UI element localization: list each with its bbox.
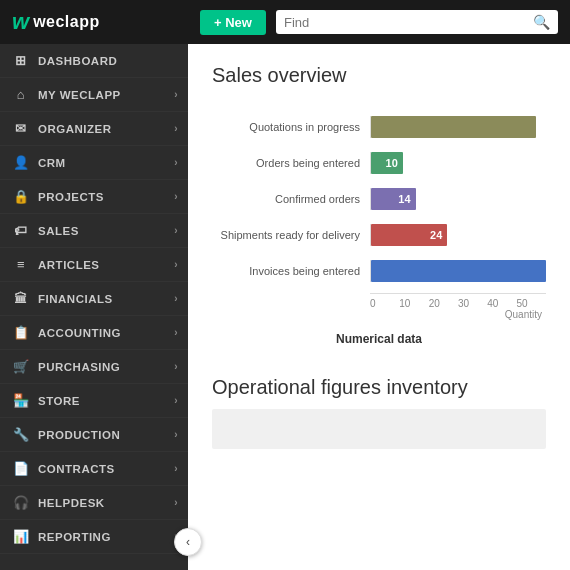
sidebar-label-reporting: REPORTING [38, 531, 111, 543]
chart-row-label: Invoices being entered [212, 265, 370, 277]
chart-row: Invoices being entered [212, 259, 546, 283]
chevron-right-icon: › [174, 361, 178, 372]
helpdesk-icon: 🎧 [12, 495, 30, 510]
chart-row: Orders being entered 10 [212, 151, 546, 175]
sidebar-item-articles[interactable]: ≡ ARTICLES › [0, 248, 188, 282]
chevron-right-icon: › [174, 157, 178, 168]
x-tick-20: 20 [429, 298, 458, 309]
chevron-right-icon: › [174, 293, 178, 304]
sidebar: w weclapp ⊞ DASHBOARD ⌂ MY WECLAPP › ✉ O… [0, 0, 188, 570]
logo-text-label: weclapp [33, 13, 100, 31]
chart-row-label: Quotations in progress [212, 121, 370, 133]
chevron-right-icon: › [174, 191, 178, 202]
contracts-icon: 📄 [12, 461, 30, 476]
chart-row-label: Confirmed orders [212, 193, 370, 205]
sales-icon: 🏷 [12, 223, 30, 238]
sidebar-item-my-weclapp[interactable]: ⌂ MY WECLAPP › [0, 78, 188, 112]
chart-bar-invoices-being-entered [371, 260, 546, 282]
sidebar-label-accounting: ACCOUNTING [38, 327, 121, 339]
chart-bar-confirmed-orders: 14 [371, 188, 416, 210]
chevron-right-icon: › [174, 429, 178, 440]
production-icon: 🔧 [12, 427, 30, 442]
x-tick-10: 10 [399, 298, 428, 309]
sidebar-item-store[interactable]: 🏪 STORE › [0, 384, 188, 418]
chevron-right-icon: › [174, 225, 178, 236]
chart-row: Shipments ready for delivery 24 [212, 223, 546, 247]
sidebar-item-sales[interactable]: 🏷 SALES › [0, 214, 188, 248]
chart-wrapper: Quotations in progress Orders being ente… [212, 105, 546, 346]
sidebar-label-helpdesk: HELPDESK [38, 497, 105, 509]
x-tick-0: 0 [370, 298, 399, 309]
chart-bar-orders-being-entered: 10 [371, 152, 403, 174]
sidebar-label-my-weclapp: MY WECLAPP [38, 89, 121, 101]
chevron-right-icon: › [174, 497, 178, 508]
reporting-icon: 📊 [12, 529, 30, 544]
search-input[interactable] [284, 15, 533, 30]
articles-icon: ≡ [12, 257, 30, 272]
chart-row-label: Orders being entered [212, 157, 370, 169]
x-tick-40: 40 [487, 298, 516, 309]
sidebar-item-financials[interactable]: 🏛 FINANCIALS › [0, 282, 188, 316]
chart-row: Quotations in progress [212, 115, 546, 139]
sidebar-label-projects: PROJECTS [38, 191, 104, 203]
sidebar-item-crm[interactable]: 👤 CRM › [0, 146, 188, 180]
purchasing-icon: 🛒 [12, 359, 30, 374]
sidebar-item-purchasing[interactable]: 🛒 PURCHASING › [0, 350, 188, 384]
sidebar-header: w weclapp [0, 0, 188, 44]
logo-icon: w [12, 9, 29, 35]
sidebar-label-sales: SALES [38, 225, 79, 237]
projects-icon: 🔒 [12, 189, 30, 204]
crm-icon: 👤 [12, 155, 30, 170]
sidebar-collapse-button[interactable]: ‹ [174, 528, 202, 556]
my-weclapp-icon: ⌂ [12, 87, 30, 102]
sidebar-label-contracts: CONTRACTS [38, 463, 115, 475]
financials-icon: 🏛 [12, 291, 30, 306]
x-tick-30: 30 [458, 298, 487, 309]
chevron-right-icon: › [174, 463, 178, 474]
sidebar-label-store: STORE [38, 395, 80, 407]
content-area: Sales overview Quotations in progress Or… [188, 44, 570, 570]
sidebar-item-helpdesk[interactable]: 🎧 HELPDESK › [0, 486, 188, 520]
chevron-right-icon: › [174, 123, 178, 134]
search-bar: 🔍 [276, 10, 558, 34]
sidebar-label-crm: CRM [38, 157, 66, 169]
sidebar-item-production[interactable]: 🔧 PRODUCTION › [0, 418, 188, 452]
chart-bar-shipments-ready-for-delivery: 24 [371, 224, 447, 246]
topbar: + New 🔍 [188, 0, 570, 44]
sidebar-label-organizer: ORGANIZER [38, 123, 112, 135]
chevron-right-icon: › [174, 89, 178, 100]
chart-row: Confirmed orders 14 [212, 187, 546, 211]
chevron-right-icon: › [174, 395, 178, 406]
chart-bar-quotations-in-progress [371, 116, 536, 138]
sidebar-nav: ⊞ DASHBOARD ⌂ MY WECLAPP › ✉ ORGANIZER ›… [0, 44, 188, 570]
sidebar-item-accounting[interactable]: 📋 ACCOUNTING › [0, 316, 188, 350]
numerical-data-label: Numerical data [212, 332, 546, 346]
chart-inner: Quotations in progress Orders being ente… [212, 105, 546, 293]
logo: w weclapp [12, 9, 100, 35]
sidebar-label-dashboard: DASHBOARD [38, 55, 117, 67]
search-icon: 🔍 [533, 14, 550, 30]
sidebar-item-organizer[interactable]: ✉ ORGANIZER › [0, 112, 188, 146]
organizer-icon: ✉ [12, 121, 30, 136]
sidebar-label-financials: FINANCIALS [38, 293, 113, 305]
sidebar-item-reporting[interactable]: 📊 REPORTING › [0, 520, 188, 554]
accounting-icon: 📋 [12, 325, 30, 340]
new-button[interactable]: + New [200, 10, 266, 35]
operational-figures-title: Operational figures inventory [212, 376, 546, 399]
x-tick-50: 50 [517, 298, 546, 309]
store-icon: 🏪 [12, 393, 30, 408]
operational-figures-placeholder [212, 409, 546, 449]
sidebar-label-purchasing: PURCHASING [38, 361, 120, 373]
chart-row-label: Shipments ready for delivery [212, 229, 370, 241]
chevron-right-icon: › [174, 259, 178, 270]
x-axis-label: Quantity [370, 309, 546, 320]
sales-overview-chart: Quotations in progress Orders being ente… [212, 105, 546, 346]
sales-overview-title: Sales overview [212, 64, 546, 87]
main-area: + New 🔍 Sales overview Quotations in pro… [188, 0, 570, 570]
chevron-left-icon: ‹ [186, 535, 190, 549]
sidebar-item-dashboard[interactable]: ⊞ DASHBOARD [0, 44, 188, 78]
sidebar-item-projects[interactable]: 🔒 PROJECTS › [0, 180, 188, 214]
sidebar-label-production: PRODUCTION [38, 429, 120, 441]
sidebar-label-articles: ARTICLES [38, 259, 100, 271]
sidebar-item-contracts[interactable]: 📄 CONTRACTS › [0, 452, 188, 486]
